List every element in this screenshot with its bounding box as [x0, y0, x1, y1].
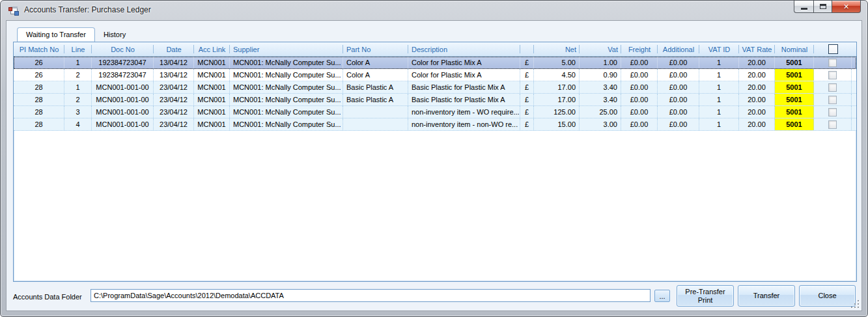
grid-body: 26119238472304713/04/12MCN001MCN001: McN… — [14, 57, 856, 131]
cell-vat: 25.00 — [580, 106, 621, 118]
cell-line: 2 — [64, 69, 92, 81]
cell-vatid: 1 — [699, 94, 739, 105]
cell-nominal: 5001 — [775, 106, 814, 118]
cell-nominal: 5001 — [775, 57, 814, 68]
cell-vatid: 1 — [699, 106, 739, 118]
transfer-grid: PI Match NoLineDoc NoDateAcc LinkSupplie… — [13, 42, 857, 282]
cell-date: 23/04/12 — [154, 81, 194, 93]
col-header-vatrate[interactable]: VAT Rate — [739, 42, 775, 56]
pre-transfer-print-button[interactable]: Pre-Transfer Print — [677, 285, 734, 307]
cell-part: Color A — [343, 69, 408, 81]
cell-desc: Color for Plastic Mix A — [408, 57, 520, 68]
table-row[interactable]: 26219238472304713/04/12MCN001MCN001: McN… — [14, 69, 856, 81]
col-header-additional[interactable]: Additional — [658, 42, 699, 56]
browse-button[interactable]: ... — [654, 290, 670, 302]
col-header-check[interactable] — [814, 42, 852, 56]
cell-part: Basic Plastic A — [343, 94, 408, 105]
cell-date: 13/04/12 — [154, 57, 194, 68]
transfer-button[interactable]: Transfer — [738, 285, 795, 307]
cell-vatid: 1 — [699, 118, 739, 130]
col-header-net[interactable]: Net — [534, 42, 580, 56]
maximize-icon — [820, 4, 826, 9]
window-title: Accounts Transfer: Purchase Ledger — [24, 1, 151, 20]
cell-check — [814, 118, 852, 130]
cell-part: Color A — [343, 57, 408, 68]
col-header-cur[interactable] — [520, 42, 534, 56]
title-bar[interactable]: Accounts Transfer: Purchase Ledger ✕ — [1, 1, 867, 20]
cell-freight: £0.00 — [621, 94, 658, 105]
cell-cur: £ — [520, 57, 534, 68]
close-dialog-button[interactable]: Close — [799, 285, 856, 307]
cell-freight: £0.00 — [621, 118, 658, 130]
table-row[interactable]: 284MCN001-001-0023/04/12MCN001MCN001: Mc… — [14, 118, 856, 131]
cell-vat: 3.00 — [580, 118, 621, 130]
cell-nominal: 5001 — [775, 69, 814, 81]
row-checkbox[interactable] — [828, 59, 837, 67]
cell-vat: 3.40 — [580, 94, 621, 105]
minimize-button[interactable] — [794, 1, 813, 13]
col-header-date[interactable]: Date — [154, 42, 194, 56]
cell-acc: MCN001 — [194, 69, 230, 81]
close-button[interactable]: ✕ — [832, 1, 861, 13]
cell-vatrate: 20.00 — [739, 94, 775, 105]
cell-cur: £ — [520, 106, 534, 118]
col-header-freight[interactable]: Freight — [621, 42, 658, 56]
col-header-supplier[interactable]: Supplier — [230, 42, 343, 56]
cell-pi: 28 — [14, 81, 64, 93]
row-checkbox[interactable] — [828, 71, 837, 79]
col-header-pi[interactable]: PI Match No — [14, 42, 64, 56]
col-header-acc[interactable]: Acc Link — [194, 42, 230, 56]
row-checkbox[interactable] — [828, 120, 837, 129]
table-row[interactable]: 282MCN001-001-0023/04/12MCN001MCN001: Mc… — [14, 94, 856, 106]
tab-waiting-to-transfer[interactable]: Waiting to Transfer — [17, 27, 95, 42]
table-row[interactable]: 26119238472304713/04/12MCN001MCN001: McN… — [14, 57, 856, 69]
cell-desc: Basic Plastic for Plastic Mix A — [408, 94, 520, 105]
tab-history[interactable]: History — [95, 28, 134, 42]
resize-grip[interactable] — [850, 299, 860, 309]
cell-check — [814, 81, 852, 93]
cell-vatrate: 20.00 — [739, 69, 775, 81]
cell-net: 17.00 — [534, 81, 580, 93]
minimize-icon — [801, 8, 807, 10]
select-all-checkbox[interactable] — [828, 44, 838, 54]
cell-supplier: MCN001: McNally Computer Su... — [230, 57, 343, 68]
cell-vatid: 1 — [699, 57, 739, 68]
cell-line: 1 — [64, 81, 92, 93]
cell-pi: 26 — [14, 57, 64, 68]
col-header-part[interactable]: Part No — [343, 42, 408, 56]
cell-acc: MCN001 — [194, 94, 230, 105]
row-checkbox[interactable] — [828, 108, 837, 117]
cell-line: 4 — [64, 118, 92, 130]
cell-additional: £0.00 — [658, 94, 699, 105]
cell-cur: £ — [520, 94, 534, 105]
cell-doc: MCN001-001-00 — [92, 118, 154, 130]
cell-date: 23/04/12 — [154, 106, 194, 118]
col-header-doc[interactable]: Doc No — [92, 42, 154, 56]
cell-cur: £ — [520, 69, 534, 81]
maximize-button[interactable] — [813, 1, 832, 13]
cell-check — [814, 94, 852, 105]
row-checkbox[interactable] — [828, 83, 837, 92]
close-icon: ✕ — [843, 3, 849, 10]
table-row[interactable]: 283MCN001-001-0023/04/12MCN001MCN001: Mc… — [14, 106, 856, 118]
col-header-nominal[interactable]: Nominal — [775, 42, 814, 56]
cell-acc: MCN001 — [194, 81, 230, 93]
cell-nominal: 5001 — [775, 118, 814, 130]
table-row[interactable]: 281MCN001-001-0023/04/12MCN001MCN001: Mc… — [14, 81, 856, 94]
accounts-data-folder-input[interactable] — [91, 289, 651, 302]
col-header-desc[interactable]: Description — [408, 42, 520, 56]
cell-cur: £ — [520, 81, 534, 93]
cell-date: 23/04/12 — [154, 118, 194, 130]
cell-line: 3 — [64, 106, 92, 118]
cell-additional: £0.00 — [658, 69, 699, 81]
col-header-vatid[interactable]: VAT ID — [699, 42, 739, 56]
col-header-vat[interactable]: Vat — [580, 42, 621, 56]
cell-part — [343, 106, 408, 118]
col-header-line[interactable]: Line — [64, 42, 92, 56]
cell-vatrate: 20.00 — [739, 81, 775, 93]
app-icon — [8, 5, 19, 16]
row-checkbox[interactable] — [828, 96, 837, 104]
cell-vatid: 1 — [699, 81, 739, 93]
cell-pi: 26 — [14, 69, 64, 81]
cell-supplier: MCN001: McNally Computer Su... — [230, 106, 343, 118]
